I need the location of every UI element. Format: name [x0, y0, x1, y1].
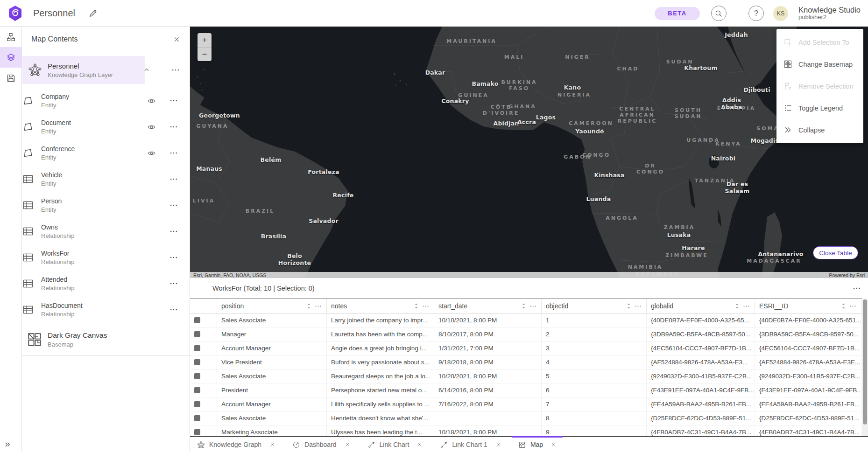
row-checkbox[interactable]	[194, 429, 200, 435]
tab-link-chart[interactable]: Link Chart	[361, 437, 429, 452]
eye-icon[interactable]	[147, 123, 156, 132]
close-tab-icon[interactable]	[345, 442, 350, 447]
sort-icon[interactable]	[414, 302, 419, 310]
sort-icon[interactable]	[734, 302, 740, 310]
cell-notes: Lauretta has been with the comp...	[327, 327, 434, 341]
eye-icon[interactable]	[147, 149, 156, 158]
layer-item-vehicle[interactable]: VehicleEntity	[22, 166, 190, 192]
tab-map[interactable]: Map	[512, 437, 563, 452]
tab-label: Map	[530, 441, 543, 448]
layer-item-owns[interactable]: OwnsRelationship	[22, 218, 190, 244]
cell-notes: Angie does a great job bringing i...	[327, 341, 434, 355]
menu-item-collapse[interactable]: Collapse	[776, 119, 863, 141]
scrollbar-thumb[interactable]	[863, 299, 867, 424]
tab-dashboard[interactable]: Dashboard	[286, 437, 356, 452]
tab-link-chart-1[interactable]: Link Chart 1	[434, 437, 507, 452]
cell-esri_id: {AF524884-9826-478A-A53A-E3E...	[755, 355, 861, 369]
cell-esri_id: {9249032D-E300-41B5-937F-C2B...	[755, 369, 861, 383]
column-options-icon[interactable]	[422, 302, 430, 310]
layer-item-document[interactable]: DocumentEntity	[22, 114, 190, 140]
row-checkbox[interactable]	[194, 317, 200, 323]
menu-item-change-basemap[interactable]: Change Basemap	[776, 53, 863, 75]
chevron-up-icon[interactable]	[143, 66, 150, 74]
tab-knowledge-graph[interactable]: Knowledge Graph	[191, 437, 281, 452]
cell-start_date: 1/31/2021, 7:00 PM	[434, 341, 542, 355]
cell-globalid: {F43E91EE-097A-40A1-9C4E-9FB...	[647, 383, 755, 397]
table-row: Sales AssociateBeauregard sleeps on the …	[190, 369, 868, 383]
row-checkbox[interactable]	[194, 401, 200, 407]
column-header-start_date[interactable]: start_date	[434, 299, 542, 313]
column-options-icon[interactable]	[742, 302, 750, 310]
close-panel-icon[interactable]	[173, 36, 180, 43]
sort-icon[interactable]	[841, 302, 846, 310]
link-icon	[367, 441, 375, 449]
column-header-notes[interactable]: notes	[327, 299, 434, 313]
layer-options-icon[interactable]	[169, 122, 178, 132]
close-tab-icon[interactable]	[269, 442, 275, 447]
layer-name: HasDocument	[41, 302, 83, 309]
cell-start_date: 10/20/2021, 8:00 PM	[434, 369, 542, 383]
row-checkbox[interactable]	[194, 387, 200, 393]
user-block[interactable]: Knowledge Studio publisher2	[798, 6, 861, 21]
zoom-in-button[interactable]: +	[198, 33, 212, 47]
expand-rail-button[interactable]	[4, 441, 11, 448]
layer-item-worksfor[interactable]: WorksForRelationship	[22, 244, 190, 271]
group-options-icon[interactable]	[171, 65, 180, 75]
layer-group-personnel[interactable]: Personnel Knowledge Graph Layer	[22, 56, 190, 84]
layer-item-conference[interactable]: ConferenceEntity	[22, 140, 190, 166]
map-view[interactable]: MAURITANIAMALINIGERCHADSUDANBURKINA FASO…	[190, 27, 868, 278]
row-checkbox[interactable]	[194, 331, 200, 337]
layer-options-icon[interactable]	[169, 227, 178, 236]
column-header-position[interactable]: position	[217, 299, 327, 313]
cell-position: Marketing Associate	[217, 425, 327, 436]
layer-item-attended[interactable]: AttendedRelationship	[22, 271, 190, 297]
column-header-esri_id[interactable]: ESRI__ID	[755, 299, 861, 313]
column-header-globalid[interactable]: globalid	[647, 299, 755, 313]
column-header-objectid[interactable]: objectid	[542, 299, 647, 313]
cell-objectid: 2	[542, 327, 647, 341]
row-checkbox[interactable]	[194, 359, 200, 365]
table-options-icon[interactable]	[852, 284, 861, 293]
row-checkbox[interactable]	[194, 345, 200, 351]
layer-item-hasdocument[interactable]: HasDocumentRelationship	[22, 297, 190, 323]
map-attribution: Esri, Garmin, FAO, NOAA, USGS Powered by…	[190, 272, 868, 278]
row-select-cell	[190, 355, 217, 369]
row-select-cell	[190, 313, 217, 327]
sort-icon[interactable]	[306, 302, 311, 310]
rail-item-data-model[interactable]	[0, 27, 21, 47]
close-tab-icon[interactable]	[551, 442, 557, 447]
sort-icon[interactable]	[521, 302, 526, 310]
close-tab-icon[interactable]	[495, 442, 501, 447]
tab-label: Knowledge Graph	[209, 441, 261, 448]
rail-item-layers[interactable]	[0, 47, 21, 68]
layer-item-person[interactable]: PersonEntity	[22, 192, 190, 218]
knowledge-graph-icon	[28, 63, 42, 77]
layer-options-icon[interactable]	[169, 305, 178, 314]
rail-item-save[interactable]	[0, 68, 21, 88]
search-button[interactable]	[711, 6, 727, 21]
zoom-out-button[interactable]: −	[198, 47, 212, 61]
layer-options-icon[interactable]	[169, 174, 178, 184]
sort-icon[interactable]	[626, 302, 631, 310]
eye-icon[interactable]	[147, 97, 156, 105]
layer-item-company[interactable]: CompanyEntity	[22, 88, 190, 114]
close-tab-icon[interactable]	[417, 442, 423, 447]
column-options-icon[interactable]	[849, 302, 857, 310]
column-options-icon[interactable]	[634, 302, 642, 310]
layer-options-icon[interactable]	[169, 201, 178, 210]
help-button[interactable]: ?	[748, 6, 764, 21]
layer-options-icon[interactable]	[169, 148, 178, 158]
row-checkbox[interactable]	[194, 415, 200, 421]
column-options-icon[interactable]	[529, 302, 537, 310]
table-scrollbar[interactable]	[862, 299, 868, 436]
close-table-button[interactable]: Close Table	[813, 246, 858, 259]
layer-options-icon[interactable]	[169, 279, 178, 288]
avatar[interactable]: KS	[773, 6, 788, 21]
layer-options-icon[interactable]	[169, 253, 178, 262]
row-checkbox[interactable]	[194, 373, 200, 379]
layer-options-icon[interactable]	[169, 96, 178, 105]
column-options-icon[interactable]	[314, 302, 322, 310]
basemap-item[interactable]: Dark Gray Canvas Basemap	[22, 323, 190, 355]
menu-item-toggle-legend[interactable]: Toggle Legend	[776, 97, 863, 119]
edit-title-icon[interactable]	[89, 9, 98, 18]
